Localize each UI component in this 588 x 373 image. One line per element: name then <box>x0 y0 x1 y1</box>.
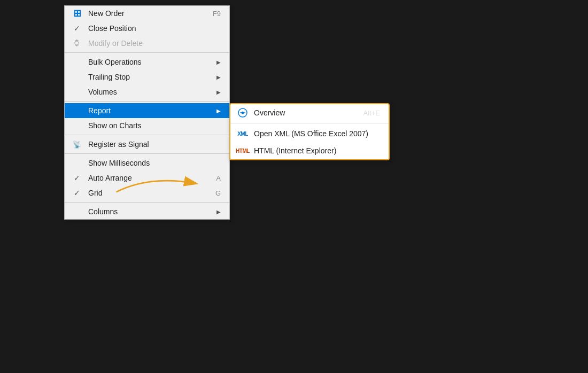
submenu-item-html[interactable]: HTML HTML (Internet Explorer) <box>230 142 389 159</box>
submenu-shortcut: Alt+E <box>342 109 380 117</box>
submenu-arrow: ▶ <box>216 74 221 80</box>
report-submenu: Overview Alt+E XML Open XML (MS Office E… <box>229 103 390 160</box>
menu-item-label: Register as Signal <box>88 140 149 149</box>
menu-item-label: Auto Arrange <box>88 174 132 182</box>
signal-icon: 📡 <box>71 141 83 149</box>
separator-1 <box>65 52 229 53</box>
menu-item-label: Trailing Stop <box>88 73 130 81</box>
menu-item-label: Close Position <box>88 24 136 33</box>
submenu-arrow: ▶ <box>216 209 221 215</box>
submenu-arrow: ▶ <box>216 89 221 95</box>
overview-icon <box>236 107 250 118</box>
separator-2 <box>65 101 229 102</box>
submenu-separator <box>230 123 389 123</box>
menu-item-label: Show Milliseconds <box>88 159 150 167</box>
submenu-item-open-xml[interactable]: XML Open XML (MS Office Excel 2007) <box>230 125 389 142</box>
separator-4 <box>65 153 229 154</box>
submenu-arrow: ▶ <box>216 59 221 65</box>
separator-5 <box>65 202 229 203</box>
menu-item-modify-delete[interactable]: Modify or Delete <box>65 36 229 51</box>
menu-item-show-milliseconds[interactable]: Show Milliseconds <box>65 156 229 170</box>
menu-item-trailing-stop[interactable]: Trailing Stop ▶ <box>65 69 229 84</box>
auto-arrange-check: ✓ <box>71 174 83 182</box>
menu-item-label: New Order <box>88 9 125 18</box>
menu-item-shortcut: F9 <box>213 10 221 18</box>
menu-item-close-position[interactable]: ✓ Close Position <box>65 21 229 36</box>
menu-item-show-on-charts[interactable]: Show on Charts <box>65 118 229 133</box>
checkmark-icon: ✓ <box>71 24 83 33</box>
html-icon: HTML <box>236 148 250 154</box>
menu-item-auto-arrange[interactable]: ✓ Auto Arrange A <box>65 170 229 185</box>
menu-item-label: Volumes <box>88 88 117 96</box>
menu-item-label: Show on Charts <box>88 121 142 130</box>
menu-item-shortcut: A <box>216 174 221 182</box>
menu-item-label: Modify or Delete <box>88 39 143 48</box>
menu-item-report[interactable]: Report ▶ Overview Alt+E XM <box>65 103 229 118</box>
separator-3 <box>65 135 229 135</box>
menu-item-label: Bulk Operations <box>88 58 142 66</box>
grid-check: ✓ <box>71 189 83 197</box>
submenu-item-overview[interactable]: Overview Alt+E <box>230 104 389 121</box>
context-menu: ⊞ New Order F9 ✓ Close Position Modify o… <box>64 5 230 220</box>
menu-item-volumes[interactable]: Volumes ▶ <box>65 84 229 99</box>
submenu-arrow: ▶ <box>216 108 221 114</box>
submenu-item-label: Overview <box>254 108 285 117</box>
menu-item-bulk-operations[interactable]: Bulk Operations ▶ <box>65 55 229 69</box>
menu-item-new-order[interactable]: ⊞ New Order F9 <box>65 6 229 21</box>
menu-item-shortcut: G <box>215 189 221 197</box>
menu-item-grid[interactable]: ✓ Grid G <box>65 185 229 200</box>
menu-item-label: Grid <box>88 189 102 197</box>
new-order-icon: ⊞ <box>71 7 83 19</box>
submenu-item-label: Open XML (MS Office Excel 2007) <box>254 129 368 138</box>
menu-item-register-signal[interactable]: 📡 Register as Signal <box>65 137 229 152</box>
menu-item-label: Columns <box>88 207 118 216</box>
menu-item-label: Report <box>88 106 111 115</box>
gear-icon <box>71 39 83 48</box>
xml-icon: XML <box>236 131 250 137</box>
menu-item-columns[interactable]: Columns ▶ <box>65 204 229 219</box>
submenu-item-label: HTML (Internet Explorer) <box>254 146 336 155</box>
